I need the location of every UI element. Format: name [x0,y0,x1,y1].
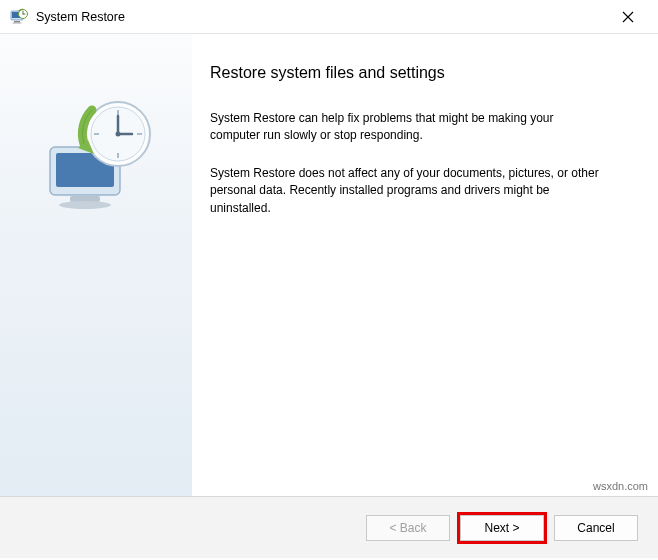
button-footer: < Back Next > Cancel [0,496,658,558]
back-button: < Back [366,515,450,541]
svg-point-8 [59,201,111,209]
sidebar [0,34,192,496]
window-title: System Restore [36,10,125,24]
content-area: Restore system files and settings System… [0,34,658,496]
description-paragraph-2: System Restore does not affect any of yo… [210,165,600,217]
cancel-button[interactable]: Cancel [554,515,638,541]
main-panel: Restore system files and settings System… [192,34,658,496]
restore-graphic-icon [40,92,160,212]
svg-point-17 [116,132,121,137]
description-paragraph-1: System Restore can help fix problems tha… [210,110,600,145]
svg-rect-2 [14,21,20,23]
close-button[interactable] [608,4,648,30]
svg-rect-3 [13,22,22,23]
page-heading: Restore system files and settings [210,64,618,82]
next-button[interactable]: Next > [460,515,544,541]
watermark-text: wsxdn.com [593,480,648,492]
titlebar: System Restore [0,0,658,34]
system-restore-icon [10,8,28,26]
